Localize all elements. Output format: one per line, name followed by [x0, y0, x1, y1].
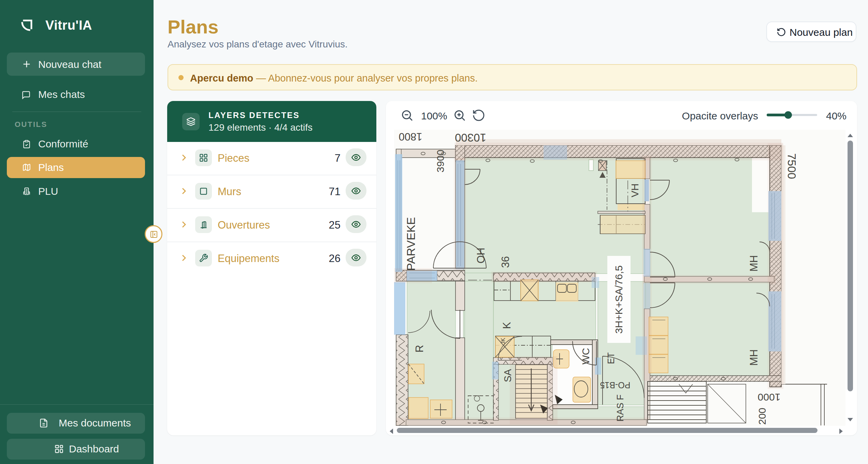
svg-text:R: R	[414, 345, 425, 352]
svg-text:SA: SA	[502, 369, 513, 382]
svg-text:K: K	[501, 322, 513, 329]
svg-text:VH: VH	[630, 184, 640, 197]
svg-text:PO-B15: PO-B15	[600, 380, 631, 390]
svg-text:PARVEKE: PARVEKE	[404, 217, 417, 271]
svg-text:10300: 10300	[455, 131, 486, 144]
svg-text:MH: MH	[748, 349, 760, 366]
svg-text:MH: MH	[748, 255, 760, 272]
svg-text:WC: WC	[580, 348, 591, 364]
svg-text:RAS F: RAS F	[615, 394, 625, 422]
svg-text:JK: JK	[500, 338, 506, 345]
svg-text:1000: 1000	[758, 392, 781, 403]
svg-text:ET: ET	[606, 352, 616, 364]
svg-text:36: 36	[500, 256, 511, 268]
svg-text:7500: 7500	[785, 153, 798, 179]
svg-text:3H+K+SA/76,5: 3H+K+SA/76,5	[613, 265, 624, 334]
svg-text:1800: 1800	[399, 131, 422, 143]
svg-text:3900: 3900	[435, 150, 446, 173]
svg-text:OH: OH	[475, 248, 487, 264]
svg-text:200: 200	[756, 408, 768, 425]
